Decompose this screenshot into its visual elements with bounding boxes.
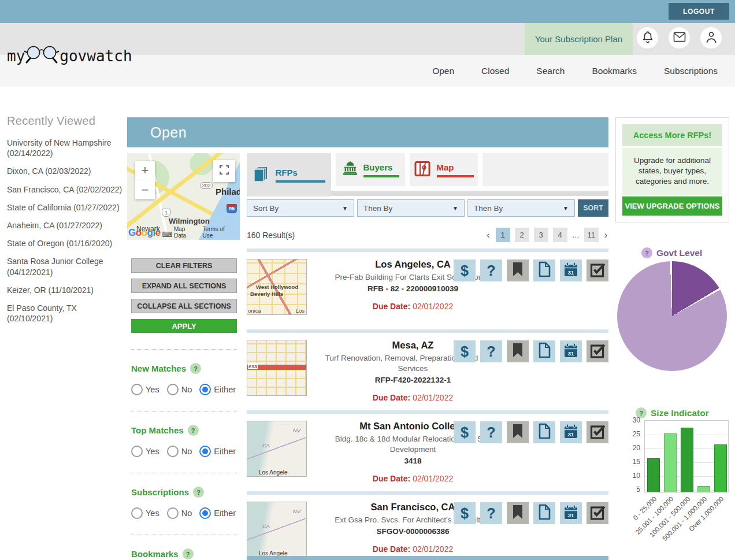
- recently-viewed-item[interactable]: University of New Hampshire (02/14/2022): [7, 138, 122, 158]
- select-button[interactable]: [586, 340, 608, 362]
- radio-circle[interactable]: [167, 446, 179, 457]
- nav-item-search[interactable]: Search: [536, 66, 565, 76]
- radio-circle[interactable]: [131, 446, 143, 457]
- radio-circle[interactable]: [131, 507, 143, 519]
- results-header: 160 Result(s) ‹1234…11›: [247, 228, 608, 243]
- pagination-page-1[interactable]: 1: [496, 228, 510, 242]
- document-button[interactable]: [533, 502, 555, 524]
- logout-button[interactable]: LOGOUT: [669, 3, 729, 20]
- select-button[interactable]: [586, 421, 608, 443]
- question-button[interactable]: ?: [480, 421, 502, 443]
- results-map-widget[interactable]: Philad Wilmington Newark 202 1 95 + − Go…: [127, 153, 240, 240]
- size-indicator-label: Size Indicator: [651, 408, 709, 418]
- recently-viewed-item[interactable]: Keizer, OR (11/10/2021): [7, 285, 122, 295]
- recently-viewed-item[interactable]: Santa Rosa Junior College (04/12/2021): [7, 256, 122, 277]
- radio-circle[interactable]: [199, 384, 211, 395]
- help-icon[interactable]: ?: [641, 247, 652, 258]
- nav-item-closed[interactable]: Closed: [481, 66, 509, 76]
- account-button[interactable]: [700, 27, 722, 49]
- question-button[interactable]: ?: [480, 502, 502, 524]
- map-zoom-out-button[interactable]: −: [135, 180, 155, 199]
- help-icon[interactable]: ?: [190, 363, 201, 374]
- site-logo[interactable]: my govwatch: [7, 40, 132, 65]
- calendar-button[interactable]: 31: [560, 340, 582, 362]
- card-map-thumbnail[interactable]: NVCALos Angele: [247, 502, 307, 558]
- pricing-button[interactable]: $: [454, 502, 476, 524]
- bookmark-button[interactable]: [507, 340, 529, 362]
- recently-viewed-item[interactable]: San Francisco, CA (02/02/2022): [7, 184, 122, 195]
- radio-subscriptions-yes[interactable]: Yes: [131, 507, 159, 519]
- tab-buyers[interactable]: Buyers: [336, 153, 405, 186]
- pagination-next[interactable]: ›: [603, 230, 608, 240]
- nav-item-open[interactable]: Open: [432, 66, 454, 76]
- recently-viewed-item[interactable]: State of California (01/27/2022): [7, 202, 122, 213]
- card-map-thumbnail[interactable]: esa: [247, 340, 307, 396]
- radio-top-matches-either[interactable]: Either: [199, 446, 236, 457]
- sort-button[interactable]: SORT: [578, 199, 608, 217]
- radio-circle[interactable]: [199, 446, 211, 457]
- select-button[interactable]: [586, 502, 608, 524]
- view-upgrade-options-button[interactable]: VIEW UPGRADE OPTIONS: [622, 196, 722, 216]
- pagination-page-4[interactable]: 4: [553, 228, 567, 242]
- radio-top-matches-no[interactable]: No: [167, 446, 192, 457]
- recently-viewed-item[interactable]: Dixon, CA (02/03/2022): [7, 166, 122, 176]
- radio-circle[interactable]: [167, 507, 179, 519]
- pagination-page-2[interactable]: 2: [515, 228, 529, 242]
- question-button[interactable]: ?: [480, 340, 502, 362]
- bookmark-button[interactable]: [507, 259, 529, 281]
- clear-filters-button[interactable]: CLEAR FILTERS: [131, 258, 237, 273]
- tab-rfps[interactable]: RFPs: [247, 153, 331, 196]
- radio-new-matches-no[interactable]: No: [167, 384, 192, 395]
- map-data-link[interactable]: Map Data: [174, 226, 198, 239]
- tab-map[interactable]: Map: [410, 153, 478, 186]
- recently-viewed-item[interactable]: Anaheim, CA (01/27/2022): [7, 220, 122, 231]
- card-map-thumbnail[interactable]: West HollywoodBeverly HillsonicaLos: [247, 259, 307, 315]
- subscription-plan-button[interactable]: Your Subscription Plan: [525, 23, 633, 55]
- messages-button[interactable]: [669, 27, 690, 49]
- radio-top-matches-yes[interactable]: Yes: [131, 446, 159, 457]
- radio-subscriptions-no[interactable]: No: [167, 507, 192, 519]
- pagination-page-11[interactable]: 11: [584, 228, 599, 242]
- map-zoom-in-button[interactable]: +: [135, 161, 155, 180]
- bookmark-button[interactable]: [507, 502, 529, 524]
- radio-new-matches-yes[interactable]: Yes: [131, 384, 159, 395]
- help-icon[interactable]: ?: [188, 425, 199, 436]
- document-button[interactable]: [533, 259, 555, 281]
- collapse-all-sections-button[interactable]: COLLAPSE ALL SECTIONS: [131, 299, 237, 313]
- question-button[interactable]: ?: [480, 259, 502, 281]
- nav-item-subscriptions[interactable]: Subscriptions: [664, 66, 718, 76]
- calendar-button[interactable]: 31: [560, 502, 582, 524]
- bar-chart-x-axis: 0 - 25,00025,001 - 100,000100,001 - 500,…: [644, 494, 729, 560]
- apply-filters-button[interactable]: APPLY: [131, 319, 237, 333]
- terms-of-use-link[interactable]: Terms of Use: [203, 226, 235, 239]
- bookmark-button[interactable]: [507, 421, 529, 443]
- calendar-button[interactable]: 31: [560, 259, 582, 281]
- radio-new-matches-either[interactable]: Either: [199, 384, 236, 395]
- radio-circle[interactable]: [199, 507, 211, 519]
- pagination-ellipsis[interactable]: …: [572, 231, 580, 239]
- radio-circle[interactable]: [131, 384, 143, 395]
- document-button[interactable]: [533, 421, 555, 443]
- then-by-select-2[interactable]: Then By ▼: [467, 199, 575, 217]
- map-fullscreen-button[interactable]: [213, 160, 235, 182]
- radio-subscriptions-either[interactable]: Either: [199, 507, 236, 519]
- nav-item-bookmarks[interactable]: Bookmarks: [592, 66, 637, 76]
- recently-viewed-item[interactable]: El Paso County, TX (02/10/2021): [7, 303, 122, 324]
- notifications-button[interactable]: [637, 27, 658, 49]
- pricing-button[interactable]: $: [454, 259, 476, 281]
- select-button[interactable]: [586, 259, 608, 281]
- help-icon[interactable]: ?: [183, 548, 194, 559]
- help-icon[interactable]: ?: [193, 487, 204, 498]
- pagination-prev[interactable]: ‹: [485, 230, 491, 240]
- document-button[interactable]: [533, 340, 555, 362]
- radio-circle[interactable]: [167, 384, 179, 395]
- pagination-page-3[interactable]: 3: [534, 228, 548, 242]
- calendar-button[interactable]: 31: [560, 421, 582, 443]
- card-map-thumbnail[interactable]: NVCALos Angele: [247, 421, 307, 477]
- sort-by-select[interactable]: Sort By ▼: [247, 199, 354, 217]
- recently-viewed-item[interactable]: State of Oregon (01/16/2020): [7, 238, 122, 249]
- then-by-select-1[interactable]: Then By ▼: [357, 199, 465, 217]
- expand-all-sections-button[interactable]: EXPAND ALL SECTIONS: [131, 279, 237, 293]
- pricing-button[interactable]: $: [454, 421, 476, 443]
- pricing-button[interactable]: $: [454, 340, 476, 362]
